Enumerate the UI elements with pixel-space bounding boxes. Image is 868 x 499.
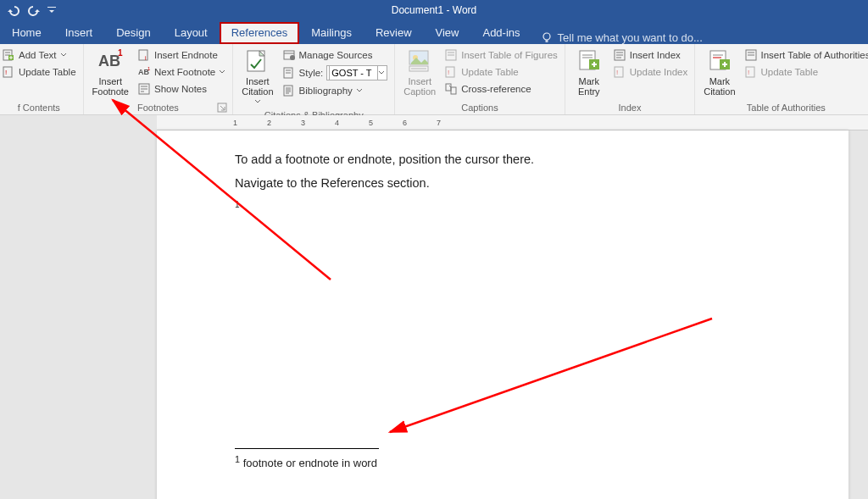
page-content[interactable]: To add a footnote or endnote, position t…: [157, 130, 849, 469]
horizontal-ruler[interactable]: 1 2 3 4 5 6 7: [157, 115, 868, 130]
insert-footnote-button[interactable]: AB1 InsertFootnote: [89, 46, 132, 98]
quick-access-toolbar: [0, 3, 56, 17]
tab-mailings[interactable]: Mailings: [299, 22, 364, 44]
insert-citation-label: InsertCitation: [242, 76, 273, 107]
captions-update-table-button[interactable]: ! Update Table: [442, 64, 559, 80]
undo-icon[interactable]: [7, 3, 20, 17]
citation-style-control[interactable]: Style:: [281, 64, 390, 81]
toc-update-table-label: Update Table: [19, 67, 76, 77]
next-footnote-icon: AB1: [137, 65, 151, 79]
add-text-button[interactable]: Add Text: [0, 47, 78, 63]
document-area: 1 2 3 4 5 6 7 To add a footnote or endno…: [0, 115, 868, 499]
insert-caption-icon: [406, 47, 433, 75]
update-table-icon: !: [744, 65, 758, 79]
group-citations: InsertCitation Manage Sources Style:: [233, 44, 395, 114]
footnote-text[interactable]: 1 footnote or endnote in word: [235, 454, 771, 469]
footnote-reference-mark[interactable]: 1: [235, 200, 771, 215]
manage-sources-label: Manage Sources: [299, 50, 373, 60]
ruler-tick: 1: [233, 119, 240, 127]
cross-reference-button[interactable]: Cross-reference: [442, 81, 559, 97]
chevron-down-icon[interactable]: [378, 69, 385, 76]
svg-text:!: !: [748, 69, 749, 76]
cross-reference-icon: [444, 82, 458, 96]
manage-sources-icon: [282, 48, 296, 62]
ruler-tick: 5: [369, 119, 376, 127]
svg-rect-44: [451, 87, 456, 94]
insert-table-of-figures-button[interactable]: Insert Table of Figures: [442, 47, 559, 63]
group-captions: InsertCaption Insert Table of Figures ! …: [395, 44, 565, 114]
manage-sources-button[interactable]: Manage Sources: [281, 47, 390, 63]
toc-update-table-button[interactable]: ! Update Table: [0, 64, 78, 80]
left-margin-area: [0, 115, 157, 499]
insert-caption-button[interactable]: InsertCaption: [400, 46, 439, 98]
svg-text:!: !: [616, 69, 618, 76]
lightbulb-icon: [541, 32, 553, 44]
insert-index-button[interactable]: Insert Index: [611, 47, 689, 63]
group-table-of-authorities: MarkCitation Insert Table of Authorities…: [695, 44, 868, 114]
tab-design[interactable]: Design: [104, 22, 162, 44]
mark-citation-icon: [706, 47, 733, 75]
mark-entry-icon: [576, 47, 603, 75]
update-index-icon: !: [613, 65, 626, 79]
insert-index-label: Insert Index: [630, 50, 681, 60]
show-notes-icon: [137, 82, 151, 96]
citation-style-select[interactable]: [329, 65, 378, 80]
insert-tof-label: Insert Table of Figures: [461, 50, 558, 60]
svg-text:!: !: [448, 69, 449, 76]
show-notes-button[interactable]: Show Notes: [136, 81, 227, 97]
svg-text:1: 1: [147, 66, 151, 71]
insert-endnote-button[interactable]: i Insert Endnote: [136, 47, 227, 63]
bibliography-button[interactable]: Bibliography: [281, 83, 390, 98]
insert-endnote-label: Insert Endnote: [154, 50, 218, 60]
bibliography-label: Bibliography: [299, 86, 353, 96]
update-table-icon: !: [444, 65, 458, 79]
update-index-button[interactable]: ! Update Index: [611, 64, 689, 80]
add-text-icon: [2, 48, 15, 62]
footnote-separator: [235, 448, 379, 449]
insert-toa-label: Insert Table of Authorities: [761, 50, 869, 60]
chevron-down-icon: [219, 69, 225, 75]
mark-citation-label: MarkCitation: [704, 76, 735, 97]
style-label: Style:: [299, 68, 324, 78]
insert-footnote-icon: AB1: [97, 47, 124, 75]
svg-point-25: [290, 55, 295, 60]
tab-home[interactable]: Home: [0, 22, 53, 44]
tab-references[interactable]: References: [220, 22, 299, 44]
group-label-toc: f Contents: [0, 101, 78, 114]
body-paragraph[interactable]: To add a footnote or endnote, position t…: [235, 152, 771, 166]
tell-me-search[interactable]: Tell me what you want to do...: [541, 31, 703, 44]
tab-insert[interactable]: Insert: [53, 22, 105, 44]
chevron-down-icon: [356, 87, 363, 94]
insert-toa-button[interactable]: Insert Table of Authorities: [743, 47, 869, 63]
tab-layout[interactable]: Layout: [163, 22, 220, 44]
svg-text:!: !: [5, 69, 7, 76]
insert-citation-button[interactable]: InsertCitation: [238, 46, 276, 108]
ruler-tick: 6: [403, 119, 409, 127]
update-table-icon: !: [2, 65, 15, 79]
svg-rect-29: [284, 86, 292, 96]
mark-citation-button[interactable]: MarkCitation: [700, 46, 738, 98]
qat-dropdown-icon[interactable]: [47, 3, 56, 17]
mark-entry-button[interactable]: MarkEntry: [570, 46, 608, 98]
toa-update-table-button[interactable]: ! Update Table: [743, 64, 869, 80]
next-footnote-button[interactable]: AB1 Next Footnote: [136, 64, 227, 80]
group-label-index: Index: [570, 101, 689, 114]
body-paragraph[interactable]: Navigate to the References section.: [235, 176, 771, 190]
bibliography-icon: [282, 84, 296, 97]
svg-rect-2: [545, 40, 548, 42]
tab-addins[interactable]: Add-ins: [470, 22, 531, 44]
mark-entry-label: MarkEntry: [578, 76, 600, 97]
footnotes-dialog-launcher[interactable]: [217, 103, 227, 113]
next-footnote-label: Next Footnote: [154, 67, 215, 77]
svg-rect-0: [47, 7, 56, 8]
repeat-icon[interactable]: [27, 3, 41, 17]
tab-review[interactable]: Review: [364, 22, 424, 44]
page[interactable]: To add a footnote or endnote, position t…: [157, 130, 849, 499]
tab-view[interactable]: View: [424, 22, 471, 44]
toa-update-table-label: Update Table: [761, 67, 819, 77]
chevron-down-icon: [60, 52, 67, 58]
group-footnotes: AB1 InsertFootnote i Insert Endnote AB1 …: [84, 44, 234, 114]
table-of-figures-icon: [444, 48, 458, 62]
style-icon: [282, 66, 296, 80]
captions-update-table-label: Update Table: [461, 67, 519, 77]
